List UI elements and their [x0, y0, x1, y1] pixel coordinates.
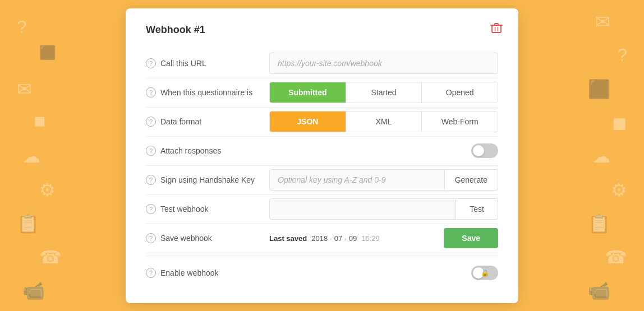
url-label: ? Call this URL: [146, 58, 269, 68]
handshake-control: Generate: [269, 169, 498, 191]
dataformat-control: JSON XML Web-Form: [269, 111, 498, 132]
save-row: ? Save webhook Last saved 2018 - 07 - 09…: [146, 224, 498, 253]
dataformat-help-icon[interactable]: ?: [146, 117, 156, 127]
test-help-icon[interactable]: ?: [146, 204, 156, 214]
webhook-card: Webhook #1 ? Call this URL ? When this q…: [126, 8, 518, 303]
dataformat-btn-group: JSON XML Web-Form: [269, 111, 498, 132]
save-time: 15:29: [361, 234, 380, 243]
enable-row: ? Enable webhook 🔒: [146, 258, 498, 287]
enable-toggle[interactable]: 🔒: [471, 266, 498, 280]
test-row: ? Test webhook Test: [146, 195, 498, 224]
questionnaire-label: ? When this questionnaire is: [146, 87, 269, 98]
dataformat-row: ? Data format JSON XML Web-Form: [146, 108, 498, 137]
attach-toggle[interactable]: [471, 143, 498, 158]
dataformat-label: ? Data format: [146, 117, 269, 127]
generate-button[interactable]: Generate: [445, 169, 498, 191]
save-date: 2018 - 07 - 09: [311, 234, 357, 243]
test-control: Test: [269, 198, 498, 220]
url-input[interactable]: [269, 53, 498, 74]
enable-control: 🔒: [269, 266, 498, 280]
attach-toggle-knob: [473, 145, 484, 156]
attach-control: [269, 143, 498, 158]
enable-toggle-knob: [473, 267, 484, 278]
questionnaire-btn-group: Submitted Started Opened: [269, 82, 498, 103]
enable-help-icon[interactable]: ?: [146, 268, 156, 278]
delete-button[interactable]: [488, 20, 505, 38]
save-button[interactable]: Save: [444, 228, 498, 248]
test-button[interactable]: Test: [456, 198, 498, 220]
handshake-input[interactable]: [269, 169, 445, 191]
handshake-label: ? Sign using Handshake Key: [146, 175, 269, 185]
save-label: ? Save webhook: [146, 233, 269, 243]
questionnaire-started-btn[interactable]: Started: [346, 82, 422, 103]
questionnaire-row: ? When this questionnaire is Submitted S…: [146, 78, 498, 108]
questionnaire-control: Submitted Started Opened: [269, 82, 498, 103]
enable-label: ? Enable webhook: [146, 268, 269, 278]
last-saved-label: Last saved: [269, 234, 307, 243]
test-input[interactable]: [269, 198, 456, 220]
attach-row: ? Attach responses: [146, 137, 498, 166]
handshake-row: ? Sign using Handshake Key Generate: [146, 166, 498, 195]
test-label: ? Test webhook: [146, 204, 269, 214]
attach-label: ? Attach responses: [146, 146, 269, 156]
questionnaire-opened-btn[interactable]: Opened: [422, 82, 498, 103]
handshake-help-icon[interactable]: ?: [146, 175, 156, 185]
dataformat-xml-btn[interactable]: XML: [346, 112, 422, 132]
url-help-icon[interactable]: ?: [146, 58, 156, 68]
attach-help-icon[interactable]: ?: [146, 146, 156, 156]
questionnaire-submitted-btn[interactable]: Submitted: [270, 82, 346, 103]
save-help-icon[interactable]: ?: [146, 233, 156, 243]
url-control: [269, 53, 498, 74]
save-info: Last saved 2018 - 07 - 09 15:29: [269, 234, 380, 243]
svg-rect-0: [492, 25, 501, 33]
save-control: Last saved 2018 - 07 - 09 15:29 Save: [269, 228, 498, 248]
dataformat-webform-btn[interactable]: Web-Form: [422, 112, 498, 132]
section-divider: [146, 256, 498, 256]
questionnaire-help-icon[interactable]: ?: [146, 87, 156, 98]
card-title: Webhook #1: [146, 24, 498, 36]
url-row: ? Call this URL: [146, 49, 498, 78]
dataformat-json-btn[interactable]: JSON: [270, 112, 346, 132]
